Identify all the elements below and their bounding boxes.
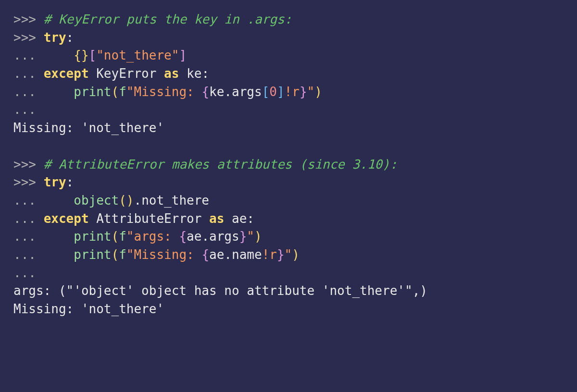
repl-continuation: ... [13,102,44,117]
fstring-brace-open: { [179,229,187,244]
keyword-as: as [209,211,224,226]
string-part: " [285,247,292,262]
repl-continuation: ... [13,247,44,262]
bracket-close: ] [277,85,285,99]
fstring-expr: ke.args [209,85,262,99]
builtin-print: print [74,85,111,99]
fstring-expr: ae.args [187,229,239,244]
keyword-try: try [44,30,66,45]
line-1: >>> # KeyError puts the key in .args: [13,12,292,26]
builtin-print: print [74,229,111,244]
space [224,211,232,226]
space [89,211,97,226]
string-part: " [247,229,254,244]
fstring-prefix: f [119,229,126,244]
indent [44,85,74,99]
repl-prompt: >>> [13,157,44,172]
comment: # KeyError puts the key in .args: [44,12,292,26]
fstring-prefix: f [119,85,126,99]
repl-prompt: >>> [13,175,44,189]
colon: : [201,66,209,81]
line-13: ... print(f"args: {ae.args}") [13,229,262,244]
indent [44,193,74,208]
variable: ae [232,211,247,226]
line-12: ... except AttributeError as ae: [13,211,254,226]
repl-continuation: ... [13,193,44,208]
paren-open: ( [119,193,126,208]
line-15: ... [13,266,44,280]
space [89,66,97,81]
variable: ke [187,66,201,81]
string-part: "args: [126,229,179,244]
fstring-brace-close: } [277,247,285,262]
class-name: KeyError [96,66,156,81]
line-3: ... {}["not_there"] [13,48,187,62]
indent [44,229,74,244]
code-block: >>> # KeyError puts the key in .args: >>… [13,11,564,318]
builtin-object: object [74,193,119,208]
line-9: >>> # AttributeError makes attributes (s… [13,157,397,172]
number: 0 [269,85,277,99]
paren-close: ) [314,85,322,99]
fstring-prefix: f [119,247,126,262]
bracket-open: [ [262,85,270,99]
repl-continuation: ... [13,211,44,226]
line-4: ... except KeyError as ke: [13,66,209,81]
indent [44,247,74,262]
line-11: ... object().not_there [13,193,209,208]
paren-close: ) [254,229,262,244]
fstring-expr: ae.name [209,247,262,262]
output-line: Missing: 'not_there' [13,121,164,135]
indent [44,48,74,62]
colon: : [247,211,254,226]
builtin-print: print [74,247,111,262]
space [179,66,187,81]
output-line: Missing: 'not_there' [13,302,164,316]
string-part: " [307,85,315,99]
format-spec: !r [262,247,277,262]
bracket-open: [ [89,48,97,62]
repl-continuation: ... [13,229,44,244]
space [156,66,164,81]
line-2: >>> try: [13,30,74,45]
line-14: ... print(f"Missing: {ae.name!r}") [13,247,300,262]
repl-continuation: ... [13,266,44,280]
brace-close: } [81,48,89,62]
format-spec: !r [285,85,300,99]
line-5: ... print(f"Missing: {ke.args[0]!r}") [13,85,322,99]
string-literal: "not_there" [96,48,179,62]
space [201,211,209,226]
repl-continuation: ... [13,48,44,62]
repl-prompt: >>> [13,30,44,45]
keyword-except: except [44,66,89,81]
line-6: ... [13,102,44,117]
comment: # AttributeError makes attributes (since… [44,157,398,172]
repl-continuation: ... [13,66,44,81]
paren-open: ( [112,85,119,99]
keyword-except: except [44,211,89,226]
output-line: args: ("'object' object has no attribute… [13,283,427,298]
line-10: >>> try: [13,175,74,189]
fstring-brace-close: } [300,85,307,99]
paren-open: ( [112,229,119,244]
bracket-close: ] [179,48,187,62]
fstring-brace-open: { [201,247,209,262]
colon: : [66,30,74,45]
paren-close: ) [292,247,300,262]
string-part: "Missing: [126,85,202,99]
string-part: "Missing: [126,247,202,262]
paren-close: ) [126,193,134,208]
class-name: AttributeError [96,211,201,226]
keyword-as: as [164,66,179,81]
colon: : [66,175,74,189]
attribute: .not_there [134,193,209,208]
repl-prompt: >>> [13,12,44,26]
repl-continuation: ... [13,85,44,99]
fstring-brace-close: } [239,229,247,244]
paren-open: ( [112,247,119,262]
keyword-try: try [44,175,66,189]
brace-open: { [74,48,81,62]
fstring-brace-open: { [201,85,209,99]
